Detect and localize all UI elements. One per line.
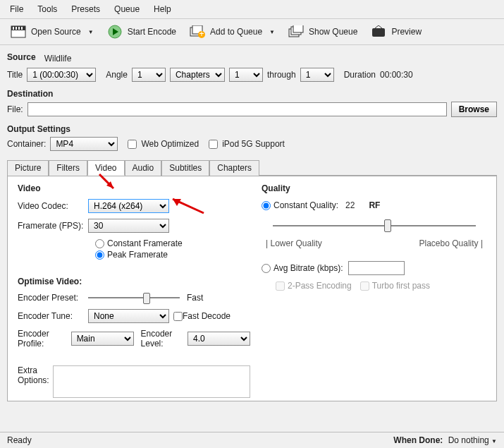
queue-icon — [288, 25, 305, 39]
fast-decode-label: Fast Decode — [183, 311, 231, 321]
source-name: Wildlife — [44, 54, 72, 63]
quality-slider[interactable] — [273, 217, 476, 234]
tabs: Picture Filters Video Audio Subtitles Ch… — [7, 159, 497, 176]
duration-value: 00:00:30 — [380, 70, 413, 80]
level-select[interactable]: 4.0 — [188, 332, 250, 346]
chevron-down-icon: ▼ — [88, 29, 94, 35]
file-input[interactable] — [27, 102, 447, 116]
svg-rect-4 — [18, 27, 20, 30]
file-label: File: — [7, 104, 23, 114]
status-ready: Ready — [7, 435, 32, 445]
tab-filters[interactable]: Filters — [49, 160, 87, 176]
duration-label: Duration — [344, 70, 376, 80]
web-optimized-label: Web Optimized — [141, 139, 199, 149]
chevron-down-icon: ▼ — [491, 438, 497, 444]
fast-decode-checkbox[interactable] — [173, 312, 183, 321]
avg-label: Avg Bitrate (kbps): — [273, 263, 343, 273]
chevron-down-icon: ▼ — [269, 29, 275, 35]
video-section-label: Video — [18, 183, 250, 193]
svg-rect-15 — [372, 28, 385, 37]
video-panel: Video Video Codec: H.264 (x264) Framerat… — [7, 176, 497, 401]
destination-label: Destination — [7, 89, 497, 99]
turbo-label: Turbo first pass — [372, 281, 430, 291]
title-label: Title — [7, 70, 23, 80]
avg-radio[interactable] — [262, 264, 271, 273]
add-queue-icon: + — [189, 25, 206, 39]
cfr-radio[interactable] — [95, 239, 104, 248]
chapters-mode-select[interactable]: Chapters — [170, 68, 225, 82]
tab-video[interactable]: Video — [87, 160, 124, 176]
film-icon — [10, 25, 27, 39]
open-source-button[interactable]: Open Source ▼ — [6, 23, 98, 40]
extra-options-input[interactable] — [53, 365, 250, 398]
chapter-from-select[interactable]: 1 — [229, 68, 263, 82]
preview-label: Preview — [391, 27, 422, 37]
tab-audio[interactable]: Audio — [125, 160, 162, 176]
start-encode-button[interactable]: Start Encode — [102, 23, 180, 40]
quality-label: Quality — [262, 183, 487, 193]
pfr-radio[interactable] — [95, 250, 104, 260]
preview-button[interactable]: Preview — [366, 23, 426, 40]
svg-line-17 — [379, 25, 382, 28]
svg-rect-3 — [16, 27, 17, 30]
svg-line-16 — [375, 25, 379, 28]
cfr-label: Constant Framerate — [107, 238, 183, 248]
turbo-checkbox — [360, 281, 369, 291]
tab-subtitles[interactable]: Subtitles — [161, 160, 209, 176]
cq-value: 22 — [345, 200, 355, 210]
menu-tools[interactable]: Tools — [32, 3, 63, 16]
pfr-label: Peak Framerate — [107, 250, 168, 260]
preset-slider[interactable] — [88, 292, 180, 303]
ipod-checkbox[interactable] — [209, 140, 218, 149]
angle-select[interactable]: 1 — [132, 68, 166, 82]
start-encode-label: Start Encode — [128, 27, 176, 37]
twopass-label: 2-Pass Encoding — [288, 281, 352, 291]
tune-select[interactable]: None — [88, 309, 169, 323]
extra-label: Extra Options: — [18, 365, 53, 385]
profile-label: Encoder Profile: — [18, 329, 71, 349]
preset-value: Fast — [187, 293, 203, 303]
avg-bitrate-input[interactable] — [348, 261, 405, 275]
show-queue-button[interactable]: Show Queue — [283, 23, 362, 40]
svg-rect-2 — [13, 27, 14, 30]
codec-select[interactable]: H.264 (x264) — [88, 199, 169, 213]
container-label: Container: — [7, 139, 46, 149]
add-queue-label: Add to Queue — [210, 27, 262, 37]
toolbar: Open Source ▼ Start Encode + Add to Queu… — [0, 19, 504, 45]
placebo-quality-label: Placebo Quality | — [419, 238, 484, 248]
lower-quality-label: | Lower Quality — [266, 238, 322, 248]
svg-text:+: + — [199, 29, 204, 38]
title-select[interactable]: 1 (00:00:30) — [27, 68, 96, 82]
fps-label: Framerate (FPS): — [18, 221, 88, 231]
tv-icon — [370, 25, 387, 39]
web-optimized-checkbox[interactable] — [128, 140, 137, 149]
destination-section: Destination File: Browse — [0, 89, 504, 124]
menu-file[interactable]: File — [4, 3, 29, 16]
menu-queue[interactable]: Queue — [109, 3, 145, 16]
tab-picture[interactable]: Picture — [7, 160, 49, 176]
container-select[interactable]: MP4 — [50, 137, 118, 151]
through-label: through — [267, 70, 296, 80]
menu-presets[interactable]: Presets — [66, 3, 106, 16]
profile-select[interactable]: Main — [71, 332, 134, 346]
svg-rect-14 — [293, 25, 303, 32]
level-label: Encoder Level: — [141, 329, 184, 349]
tune-label: Encoder Tune: — [18, 311, 88, 321]
chapter-to-select[interactable]: 1 — [300, 68, 334, 82]
play-icon — [106, 25, 123, 39]
statusbar: Ready When Done: Do nothing ▼ — [0, 432, 504, 448]
cq-radio[interactable] — [262, 201, 271, 210]
preset-label: Encoder Preset: — [18, 293, 88, 303]
svg-rect-5 — [21, 27, 23, 30]
optimise-label: Optimise Video: — [18, 277, 250, 286]
fps-select[interactable]: 30 — [88, 219, 169, 233]
browse-button[interactable]: Browse — [451, 102, 497, 117]
rf-label: RF — [369, 200, 380, 210]
menu-help[interactable]: Help — [148, 3, 177, 16]
tab-chapters[interactable]: Chapters — [209, 160, 259, 176]
add-queue-button[interactable]: + Add to Queue ▼ — [185, 23, 279, 40]
angle-label: Angle — [106, 70, 128, 80]
source-section: Source Wildlife Title 1 (00:00:30) Angle… — [0, 45, 504, 89]
menubar: File Tools Presets Queue Help — [0, 0, 504, 19]
when-done-select[interactable]: Do nothing ▼ — [448, 435, 497, 445]
